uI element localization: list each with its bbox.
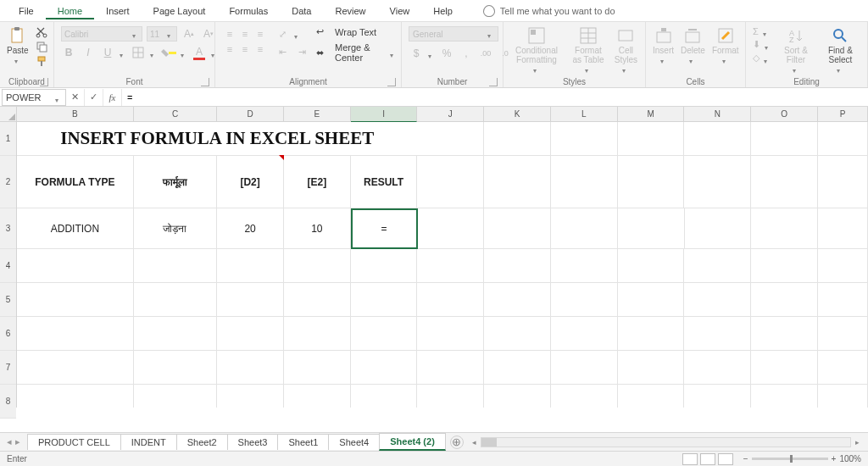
cell[interactable] — [417, 351, 484, 385]
cell[interactable] — [134, 283, 217, 317]
row-header[interactable]: 5 — [0, 283, 16, 317]
cell[interactable] — [618, 208, 685, 249]
row-header[interactable]: 1 — [0, 122, 16, 156]
cell[interactable] — [484, 249, 551, 283]
cell[interactable] — [684, 283, 751, 317]
cell[interactable] — [17, 351, 134, 385]
cell[interactable] — [684, 317, 751, 351]
col-header[interactable]: E — [284, 107, 351, 122]
cell[interactable]: 20 — [217, 208, 284, 249]
cell[interactable] — [551, 317, 618, 351]
cell[interactable]: [E2] — [284, 156, 351, 208]
cell[interactable]: 10 — [284, 208, 351, 249]
cell[interactable] — [17, 317, 134, 351]
cell[interactable] — [417, 317, 484, 351]
cell[interactable] — [417, 156, 484, 208]
bold-button[interactable]: B — [61, 45, 76, 60]
row-header[interactable]: 2 — [0, 156, 16, 208]
enter-formula-button[interactable]: ✓ — [85, 89, 103, 106]
col-header[interactable]: I — [351, 107, 418, 122]
cell[interactable] — [684, 122, 751, 156]
wrap-text-button[interactable]: ↩ Wrap Text — [316, 26, 394, 37]
cell[interactable] — [818, 385, 868, 408]
percent-button[interactable]: % — [439, 46, 454, 61]
cell[interactable] — [417, 122, 484, 156]
cell[interactable] — [684, 156, 751, 208]
normal-view-button[interactable] — [682, 453, 698, 465]
cell[interactable]: ADDITION — [17, 208, 134, 249]
cell[interactable] — [484, 317, 551, 351]
cell[interactable]: [D2] — [217, 156, 284, 208]
cell[interactable] — [551, 385, 618, 408]
cell[interactable] — [351, 317, 418, 351]
cell[interactable] — [618, 317, 685, 351]
cell[interactable] — [351, 283, 418, 317]
copy-button[interactable] — [36, 41, 47, 53]
cell-styles-button[interactable]: Cell Styles — [614, 26, 638, 72]
cell[interactable] — [418, 208, 485, 249]
horizontal-scrollbar[interactable]: ◂▸ — [469, 436, 863, 448]
cell[interactable] — [17, 385, 134, 408]
formula-input[interactable] — [122, 89, 868, 106]
cell[interactable]: फार्मूला — [134, 156, 217, 208]
sheet-tab[interactable]: Sheet3 — [227, 434, 279, 450]
fx-button[interactable]: fx — [103, 89, 122, 106]
cell[interactable] — [417, 283, 484, 317]
italic-button[interactable]: I — [81, 45, 96, 60]
cell[interactable] — [751, 249, 818, 283]
page-layout-view-button[interactable] — [700, 453, 715, 465]
cell[interactable] — [818, 156, 868, 208]
font-color-button[interactable]: A — [192, 45, 207, 60]
find-select-button[interactable]: Find & Select — [821, 26, 860, 72]
col-header[interactable]: L — [551, 107, 618, 122]
tab-formulas[interactable]: Formulas — [217, 3, 280, 19]
cell[interactable] — [17, 283, 134, 317]
cell[interactable] — [684, 249, 751, 283]
tab-page-layout[interactable]: Page Layout — [142, 3, 218, 19]
tab-home[interactable]: Home — [46, 3, 94, 19]
cell[interactable] — [818, 283, 868, 317]
view-buttons[interactable] — [682, 453, 733, 465]
cell[interactable] — [818, 122, 868, 156]
row-header[interactable]: 4 — [0, 249, 16, 283]
launcher-icon[interactable] — [489, 78, 498, 86]
cell[interactable] — [351, 249, 418, 283]
tell-me[interactable]: Tell me what you want to do — [483, 5, 615, 17]
cell[interactable] — [751, 283, 818, 317]
row-header[interactable]: 7 — [0, 351, 16, 385]
cell[interactable] — [618, 249, 685, 283]
orientation-button[interactable]: ⤢ — [275, 26, 290, 42]
cell[interactable] — [751, 317, 818, 351]
cut-button[interactable] — [36, 26, 47, 38]
tab-review[interactable]: Review — [323, 3, 377, 19]
cell[interactable] — [618, 156, 685, 208]
row-header[interactable]: 8 — [0, 385, 16, 419]
tab-nav[interactable]: ◂▸ — [0, 436, 27, 447]
cell[interactable] — [217, 283, 284, 317]
cell[interactable] — [751, 385, 818, 408]
col-header[interactable]: D — [217, 107, 284, 122]
cell[interactable] — [551, 249, 618, 283]
cell[interactable] — [618, 351, 685, 385]
increase-decimal-button[interactable]: .00 — [478, 46, 493, 61]
cell[interactable] — [134, 385, 217, 408]
cell[interactable] — [618, 385, 685, 408]
cell[interactable] — [684, 385, 751, 408]
merge-center-button[interactable]: ⬌ Merge & Center — [316, 42, 394, 63]
cell[interactable] — [818, 317, 868, 351]
underline-button[interactable]: U — [100, 45, 115, 60]
launcher-icon[interactable] — [201, 78, 209, 86]
zoom-control[interactable]: −+100% — [743, 454, 861, 463]
delete-cells-button[interactable]: Delete — [681, 26, 705, 63]
cell[interactable] — [484, 208, 551, 249]
cell[interactable] — [618, 122, 685, 156]
cell[interactable] — [685, 208, 752, 249]
cell[interactable] — [484, 283, 551, 317]
increase-font-button[interactable]: A▴ — [181, 26, 197, 42]
clear-button[interactable]: ◇ — [753, 53, 771, 64]
active-cell[interactable]: = — [351, 208, 418, 249]
cell[interactable] — [484, 156, 551, 208]
fill-button[interactable]: ⬇ — [753, 39, 771, 50]
select-all-button[interactable] — [0, 107, 16, 122]
col-header[interactable]: N — [684, 107, 751, 122]
